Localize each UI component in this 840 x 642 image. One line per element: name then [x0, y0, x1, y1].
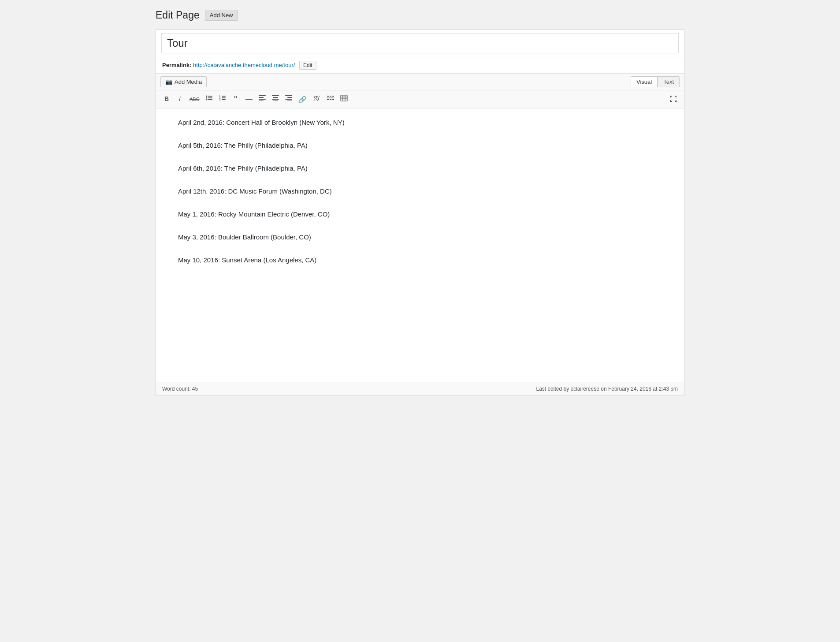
align-right-button[interactable] [282, 93, 295, 105]
word-count: Word count: 45 [162, 386, 198, 392]
svg-rect-20 [285, 95, 292, 96]
permalink-url[interactable]: http://catavalanche.themecloud.me/tour/ [193, 62, 295, 68]
svg-rect-18 [272, 99, 279, 100]
svg-rect-16 [272, 95, 279, 96]
italic-button[interactable]: I [174, 93, 186, 105]
link-button[interactable]: 🔗 [296, 93, 309, 105]
svg-rect-3 [208, 97, 212, 98]
svg-rect-11 [222, 99, 226, 100]
align-left-button[interactable] [256, 93, 268, 105]
svg-rect-13 [259, 97, 264, 98]
permalink-edit-button[interactable]: Edit [299, 61, 316, 70]
permalink-label: Permalink: [162, 62, 191, 68]
svg-rect-19 [273, 101, 278, 101]
svg-rect-9 [222, 97, 226, 98]
svg-rect-12 [259, 95, 266, 96]
fullscreen-button[interactable] [667, 94, 680, 105]
svg-rect-1 [208, 96, 212, 97]
unordered-list-button[interactable] [203, 93, 216, 105]
svg-line-25 [319, 96, 320, 97]
svg-point-2 [206, 97, 207, 99]
tab-text[interactable]: Text [658, 76, 680, 87]
svg-text:3.: 3. [219, 98, 221, 101]
format-toolbar: B I ABC 1.2.3. " — 🔗 [156, 90, 684, 108]
tab-visual[interactable]: Visual [631, 76, 658, 87]
svg-rect-31 [330, 99, 331, 100]
word-count-label: Word count: [162, 386, 190, 392]
unlink-button[interactable] [310, 93, 323, 105]
svg-rect-27 [327, 96, 329, 97]
horizontal-rule-button[interactable]: — [243, 93, 255, 105]
post-title-input[interactable] [161, 33, 679, 53]
svg-rect-30 [327, 99, 329, 100]
svg-rect-26 [327, 97, 334, 98]
bold-button[interactable]: B [160, 93, 173, 105]
content-editor[interactable]: April 2nd, 2016: Concert Hall of Brookly… [156, 108, 684, 382]
svg-rect-5 [208, 99, 212, 100]
strikethrough-button[interactable]: ABC [187, 93, 202, 105]
svg-rect-32 [332, 99, 334, 100]
svg-rect-33 [341, 95, 347, 101]
ordered-list-button[interactable]: 1.2.3. [216, 93, 229, 105]
svg-rect-14 [259, 99, 266, 100]
page-title: Edit Page [156, 9, 200, 22]
svg-rect-7 [222, 96, 226, 97]
read-more-button[interactable] [324, 93, 337, 105]
add-media-label: Add Media [175, 78, 202, 85]
svg-rect-22 [285, 99, 292, 100]
add-media-icon: 📷 [165, 78, 172, 85]
align-center-button[interactable] [269, 93, 282, 105]
svg-rect-21 [287, 97, 292, 98]
svg-line-24 [314, 100, 315, 101]
svg-rect-28 [330, 96, 331, 97]
svg-rect-29 [332, 96, 334, 97]
svg-rect-15 [259, 101, 264, 101]
svg-point-4 [206, 99, 207, 101]
blockquote-button[interactable]: " [230, 93, 242, 105]
svg-rect-23 [287, 101, 292, 101]
table-button[interactable] [338, 93, 350, 105]
word-count-value: 45 [192, 386, 198, 392]
svg-rect-17 [273, 97, 278, 98]
last-edited: Last edited by eclairereese on February … [536, 386, 678, 392]
add-media-button[interactable]: 📷 Add Media [160, 76, 207, 87]
add-new-button[interactable]: Add New [205, 10, 238, 21]
svg-point-0 [206, 96, 207, 97]
